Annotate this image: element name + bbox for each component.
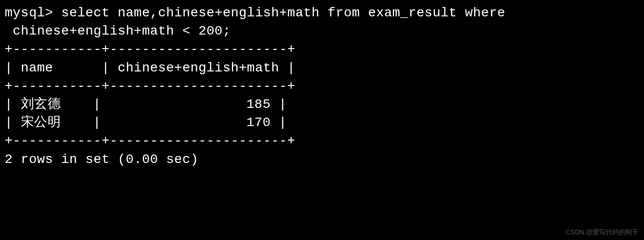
result-footer: 2 rows in set (0.00 sec) <box>5 152 198 167</box>
table-row: | 刘玄德 | 185 | <box>5 97 287 112</box>
table-border-bottom: +-----------+----------------------+ <box>5 134 295 148</box>
table-border-top: +-----------+----------------------+ <box>5 42 295 56</box>
table-border-mid: +-----------+----------------------+ <box>5 79 295 93</box>
table-row: | 宋公明 | 170 | <box>5 115 287 130</box>
query-text-line2: chinese+english+math < 200; <box>5 24 231 38</box>
query-text-line1: select name,chinese+english+math from ex… <box>61 6 505 20</box>
terminal-output: mysql> select name,chinese+english+math … <box>5 4 639 169</box>
table-header-row: | name | chinese+english+math | <box>5 61 295 75</box>
mysql-prompt[interactable]: mysql> <box>5 6 61 20</box>
watermark-text: CSDN @爱写代码的刚子 <box>566 228 638 237</box>
